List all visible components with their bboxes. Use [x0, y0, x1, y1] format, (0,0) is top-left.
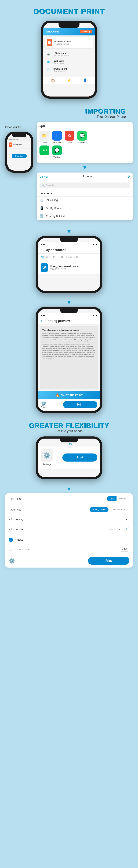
phone-small-notch	[12, 134, 26, 137]
search-bar[interactable]: 🔍 Search	[40, 183, 130, 188]
rolling-paper-option[interactable]: Rolling paper	[90, 507, 109, 512]
phone3-wrapper: 9:59 5G ● ‹ Printing preview There is no…	[5, 307, 133, 413]
location-iphone[interactable]: 📱 On My iPhone	[37, 205, 133, 212]
picture-option[interactable]: Picture	[117, 496, 129, 501]
doc-row[interactable]: W Your_document.docx 2024-07-31 11:33	[38, 261, 100, 274]
arrow-down-4: ▼	[5, 486, 133, 492]
decrement-button[interactable]: −	[109, 527, 114, 532]
menu-item-picture[interactable]: 🖨️ Picture print Photo printing service	[45, 50, 93, 58]
small-print-button[interactable]: Print files	[12, 154, 27, 158]
menu-item-template[interactable]: 📄 Template print Use templates	[45, 66, 93, 74]
phone1-wrapper: WELCOME Summary 📄 Document print Multipl…	[5, 21, 133, 99]
settings-box-icon: ⚙️	[41, 449, 53, 462]
deleted-icon: 🗑️	[40, 214, 44, 218]
app-whatsapp[interactable]: 💬 WhatsApp	[77, 131, 87, 144]
filter-excel[interactable]: Excel	[66, 255, 72, 259]
app-gmail[interactable]: G Gmail	[64, 131, 75, 144]
browse-icon[interactable]: ⊙	[127, 175, 130, 179]
filter-tabs: All Word PPT PDF Excel TXT	[38, 254, 100, 261]
print-all-label: Print all	[15, 538, 129, 541]
locations-header[interactable]: Locations ⌄	[37, 190, 133, 196]
custom-page-label: Custom page	[14, 548, 120, 551]
picture-print-title: Picture print	[53, 52, 70, 54]
section-preview: ▼ 9:59 5G ● ‹ Printing preview There is …	[0, 297, 138, 418]
print-density-label: Print density	[9, 518, 23, 521]
footer-gear-icon[interactable]: ⚙️	[9, 558, 15, 564]
locations-text: Locations	[40, 192, 52, 195]
filter-ppt[interactable]: PPT	[53, 255, 57, 259]
custom-page-radio[interactable]	[9, 548, 12, 551]
location-deleted[interactable]: 🗑️ Recently Deleted	[37, 212, 133, 220]
phone3-notch	[60, 309, 78, 313]
print-number-row: Print number − 1 +	[5, 524, 133, 535]
text-option[interactable]: Text	[107, 496, 117, 501]
final-print-button[interactable]: Print	[88, 557, 129, 565]
phone-small-header: My document	[7, 137, 31, 141]
import-label: Import your file	[5, 126, 33, 128]
settings-box[interactable]: ⚙️ Settings	[41, 449, 53, 466]
gmail-label: Gmail	[67, 141, 72, 144]
phone2-wrapper: 9:57 5G ● ‹ My document All Word PPT PDF…	[5, 236, 133, 293]
picture-print-sub: Photo printing service	[53, 54, 70, 56]
search-icon: 🔍	[42, 184, 45, 187]
stepper-row: − 1 +	[109, 527, 129, 532]
preview-doc-body: Lorem ipsum dolor sit amet, consectetur …	[42, 333, 96, 360]
filter-word[interactable]: Word	[46, 255, 51, 259]
settings-footer: ⚙️ Print	[5, 554, 133, 567]
header-button[interactable]: Summary	[80, 30, 92, 33]
phone4-mockup: ✓ 1/1 ⚙️ Settings Print	[36, 436, 102, 479]
doc-name: Your_document.docx	[50, 265, 78, 268]
cancel-button[interactable]: Cancel	[40, 175, 48, 178]
doc-card[interactable]: 📄 Document print Multiple formats	[45, 37, 93, 48]
settings-wrap[interactable]: ⚙️ Settings	[41, 401, 47, 408]
increment-button[interactable]: +	[124, 527, 129, 532]
icloud-text: iCloud 云盘	[46, 199, 58, 202]
print-button[interactable]: Print	[63, 401, 97, 408]
phone2-mockup: 9:57 5G ● ‹ My document All Word PPT PDF…	[36, 236, 102, 293]
share-title: 打开	[40, 125, 130, 129]
print-density-row: Print density × 0	[5, 515, 133, 524]
custom-page-row[interactable]: Custom page × 1-1	[5, 545, 133, 554]
menu-item-web[interactable]: 🌐 Web print Print web pages	[45, 58, 93, 66]
stepper-value: 1	[117, 528, 122, 531]
page-number: 1/1	[68, 442, 72, 445]
page-indicator: ✓ 1/1	[38, 442, 100, 445]
phone2: 9:57 5G ● ‹ My document All Word PPT PDF…	[36, 236, 102, 293]
app-line[interactable]: LINE Line	[40, 146, 49, 158]
phone3-screen: 9:59 5G ● ‹ Printing preview There is no…	[38, 309, 100, 411]
status-time: 9:57	[41, 243, 45, 246]
import-right-content: 打开 📁 Local f FaceBook G Gmail	[37, 122, 133, 220]
preview-back-button[interactable]: ‹	[41, 319, 42, 323]
search-placeholder: Search	[46, 184, 54, 187]
print-all-check: ✓	[9, 538, 13, 542]
print-all-row[interactable]: ✓ Print all	[5, 535, 133, 545]
phone1-notch	[58, 23, 80, 28]
local-label: Local	[42, 141, 47, 144]
flex-print-button[interactable]: Print	[62, 454, 97, 462]
welcome-text: WELCOME	[46, 30, 59, 33]
app-facebook[interactable]: f FaceBook	[52, 131, 62, 144]
density-value: × 0	[126, 518, 129, 521]
phone1-screen: WELCOME Summary 📄 Document print Multipl…	[43, 23, 95, 96]
paper-type-row: Paper type Rolling paper Folded paper	[5, 504, 133, 515]
location-icloud[interactable]: ☁️ iCloud 云盘	[37, 196, 133, 205]
home-icon[interactable]: 🏠	[51, 78, 55, 83]
folded-paper-option[interactable]: Folded paper	[110, 507, 129, 512]
print-mode-toggle[interactable]: Text Picture	[106, 496, 129, 501]
filter-txt[interactable]: TXT	[74, 255, 79, 259]
back-button[interactable]: ‹	[41, 248, 42, 252]
template-print-title: Template print	[53, 68, 67, 70]
filter-pdf[interactable]: PDF	[60, 255, 64, 259]
app-wechat[interactable]: 💬 WeChat	[52, 146, 62, 158]
share-apps-row1: 📁 Local f FaceBook G Gmail 💬 WhatsApp	[40, 131, 130, 144]
person-icon[interactable]: 👤	[83, 78, 87, 83]
menu-item-picture-text: Picture print Photo printing service	[53, 52, 70, 56]
filter-all[interactable]: All	[41, 255, 44, 259]
section-document-print: DOCUMENT PRINT WELCOME Summary 📄 Documen…	[0, 0, 138, 104]
grid-icon[interactable]: ⚡	[67, 78, 71, 83]
enjoy-banner: 🔥 ENJOY THE PRINT	[38, 391, 100, 399]
app-local[interactable]: 📁 Local	[40, 131, 49, 144]
phone-small-doc: W letter-to-abc...	[7, 141, 31, 149]
phone2-screen: 9:57 5G ● ‹ My document All Word PPT PDF…	[38, 238, 100, 291]
phone3-mockup: 9:59 5G ● ‹ Printing preview There is no…	[36, 307, 102, 413]
